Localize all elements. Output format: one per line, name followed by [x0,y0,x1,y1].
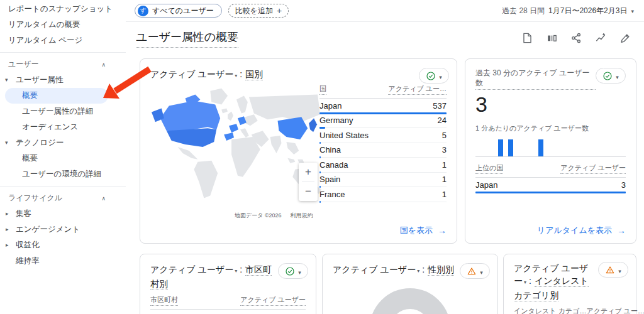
sidebar-item-label: リアルタイムの概要 [8,20,80,29]
report-main-area: す すべてのユーザー 比較を追加 過去 28 日間 1月7日〜2026年2月3日… [126,0,644,314]
city-table-body: Shinjuku City 38 Osaka 26 [150,310,306,314]
map-zoom-out-button[interactable]: − [299,182,318,201]
column-interest-category[interactable]: インタレスト カテゴ… [514,306,586,314]
report-actions [521,32,631,44]
card-header: アクティブ ユーザー:市区町村別 [140,254,316,290]
map-zoom-in-button[interactable]: + [299,163,318,181]
insights-icon[interactable] [595,32,607,44]
sidebar-item[interactable]: ユーザー [0,57,126,72]
realtime-table-body: Japan 3 [475,178,626,193]
sidebar-item[interactable]: 概要 [0,151,126,166]
sidebar-item[interactable]: 収益化 [0,237,126,253]
comparison-bar: す すべてのユーザー 比較を追加 過去 28 日間 1月7日〜2026年2月3日 [126,0,644,22]
card-active-users-by-city: アクティブ ユーザー:市区町村別 市区町村 アクティブ ユーザー [140,254,316,314]
share-icon[interactable] [570,32,582,44]
sidebar-item[interactable]: エンゲージメント [0,222,126,237]
page-title: ユーザー属性の概要 [136,30,238,48]
dimension-label: 性別別 [428,264,454,276]
sidebar-item[interactable]: レポートのスナップショット [0,1,126,17]
sidebar-item-label: オーディエンス [22,122,78,131]
all-users-chip-label: すべてのユーザー [152,6,214,16]
sidebar-item[interactable]: 概要 [5,88,108,104]
sidebar-item-label: 概要 [22,91,38,100]
sidebar-item[interactable]: ユーザー属性の詳細 [0,104,126,119]
check-circle-icon [602,71,613,81]
chevron-down-icon [618,264,621,276]
warning-icon [467,266,477,276]
chevron-down-icon [233,69,237,79]
sidebar-item[interactable]: リアルタイムの概要 [0,17,126,33]
sidebar-item[interactable]: テクノロジー [0,135,126,151]
add-comparison-label: 比較を追加 [235,6,273,16]
realtime-card-title: 過去 30 分のアクティブ ユーザー数 [475,68,596,90]
data-quality-dropdown[interactable] [598,262,628,278]
card-header: アクティブ ユーザー:インタレスト カテゴリ別 [504,254,636,301]
map-zoom-control: + − [299,163,318,201]
metric-selector[interactable]: アクティブ ユーザー:市区町村別 [150,263,278,290]
world-map[interactable] [148,82,323,210]
column-active-users[interactable]: アクティブ ユーザー [240,295,306,306]
table-row: Shinjuku City 38 [150,310,306,314]
chevron-down-icon [298,266,301,277]
data-quality-dropdown[interactable] [596,68,626,84]
sidebar-divider [0,52,126,53]
sidebar-item-label: 収益化 [16,241,40,249]
table-header: インタレスト カテゴ… アクティブ ユー… [514,305,626,314]
view-countries-link[interactable]: 国を表示 [400,225,447,236]
ga4-demographics-overview-page: レポートのスナップショット リアルタイムの概要 リアルタイム ページ ユーザー … [0,0,644,314]
card-active-users-by-country: アクティブ ユーザー:国別 [140,58,457,244]
chevron-up-icon [101,190,106,206]
sidebar-item-label: ユーザー属性の詳細 [22,107,93,116]
metric-selector[interactable]: アクティブ ユーザー:性別別 [333,263,454,278]
minute-bar [506,139,516,156]
compare-data-icon[interactable] [546,32,558,44]
sidebar-item[interactable]: ユーザー属性 [0,72,126,88]
data-quality-dropdown[interactable] [460,263,490,279]
data-quality-dropdown[interactable] [278,263,308,279]
dimension-label: 国別 [245,69,263,80]
sidebar-divider [0,186,126,187]
sidebar-item-label: ユーザー [8,57,39,72]
table-header: 上位の国 アクティブ ユーザー [475,162,626,178]
view-realtime-link[interactable]: リアルタイムを表示 [537,225,626,236]
sidebar-item[interactable]: 集客 [0,206,126,222]
edit-icon[interactable] [619,32,631,44]
metric-label: アクティブ ユーザー [150,69,233,79]
sidebar-item-label: 概要 [22,154,38,163]
column-top-country[interactable]: 上位の国 [475,163,503,174]
all-users-chip[interactable]: す すべてのユーザー [135,4,222,18]
minute-bar [496,139,506,156]
chevron-down-icon [631,6,634,15]
sidebar-item-label: ライフサイクル [8,190,62,206]
add-comparison-chip[interactable]: 比較を追加 [228,4,289,18]
column-country[interactable]: 国 [319,84,326,95]
metric-selector[interactable]: アクティブ ユーザー:国別 [150,68,263,82]
card-header: アクティブ ユーザー:性別別 [323,254,497,279]
sidebar-item[interactable]: オーディエンス [0,119,126,135]
sidebar-item[interactable]: リアルタイム ページ [0,33,126,48]
card-realtime-users: 過去 30 分のアクティブ ユーザー数 3 1 分あたりのアクティブ ユーザー数 [465,58,636,244]
warning-icon [605,265,615,275]
sidebar-item[interactable]: ユーザーの環境の詳細 [0,166,126,182]
sidebar-item[interactable]: ライフサイクル [0,190,126,206]
check-circle-icon [285,266,295,276]
per-minute-label: 1 分あたりのアクティブ ユーザー数 [475,124,626,133]
map-terms-link[interactable]: 利用規約 [291,212,313,220]
date-range-selector[interactable]: 過去 28 日間 1月7日〜2026年2月3日 [502,6,634,16]
column-city[interactable]: 市区町村 [150,295,178,306]
table-row: France 1 [319,187,447,202]
sidebar-item-label: 維持率 [16,256,40,265]
data-quality-dropdown[interactable] [419,68,449,84]
sidebar-item-label: リアルタイム ページ [8,36,82,45]
check-circle-icon [426,71,436,81]
column-active-users[interactable]: アクティブ ユー… [586,306,644,314]
column-active-users[interactable]: アクティブ ユー… [388,84,447,95]
chevron-down-icon [523,276,526,286]
city-table: 市区町村 アクティブ ユーザー Shinjuku City 38 Osaka 2… [140,290,316,314]
sidebar-item-list: レポートのスナップショット リアルタイムの概要 リアルタイム ページ ユーザー … [0,1,126,269]
arrow-right-icon [617,225,626,236]
column-active-users[interactable]: アクティブ ユーザー [560,163,626,174]
sidebar-item[interactable]: 維持率 [0,253,126,269]
notes-icon[interactable] [521,32,533,44]
table-row: Japan 3 [475,178,626,193]
